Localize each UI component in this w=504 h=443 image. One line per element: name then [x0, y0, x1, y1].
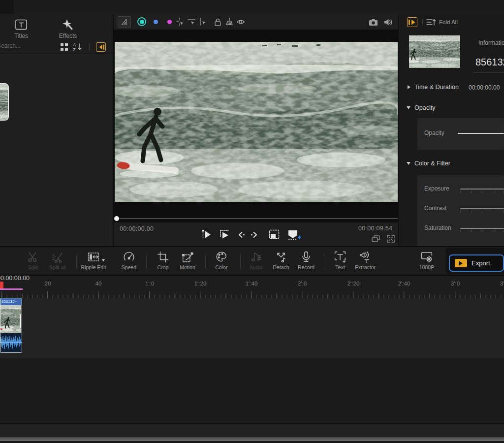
toolbar-extractor[interactable]: Extractor: [348, 251, 382, 270]
add-marker-icon[interactable]: [287, 229, 301, 241]
export-area: Export: [445, 248, 504, 274]
window-bottom-edge: [0, 441, 504, 443]
toolbar-resolution[interactable]: 1080P: [412, 251, 441, 270]
clean-broom-icon[interactable]: [225, 17, 234, 26]
toolbar-ripple-edit[interactable]: Ripple Edit: [76, 251, 111, 270]
ruler-label: 1':0: [137, 281, 162, 286]
export-button[interactable]: Export: [449, 254, 504, 272]
time-duration-value: 00:00:00.00: [469, 84, 500, 91]
preview-scrubber-track[interactable]: [115, 218, 398, 219]
play-icon[interactable]: [220, 229, 230, 240]
color-filter-card: Exposure Contrast Saturation: [417, 175, 504, 246]
mute-speaker-icon[interactable]: [384, 18, 392, 26]
fold-all-icon[interactable]: [426, 18, 436, 26]
exposure-slider[interactable]: [460, 189, 504, 190]
clip-title-bar: 856132~: [0, 298, 22, 305]
tab-titles-label: Titles: [14, 32, 28, 39]
current-time: 00:00:00.00: [120, 225, 154, 232]
color-filter-section-label[interactable]: Color & Filter: [414, 160, 450, 167]
header-divider: [422, 19, 423, 26]
toolbar-separator: [324, 254, 324, 269]
resolution-icon: [421, 251, 433, 263]
tab-titles[interactable]: Titles: [4, 19, 38, 39]
toolbar-color[interactable]: Color: [207, 251, 236, 270]
lock-icon[interactable]: [214, 18, 221, 26]
sort-icon[interactable]: AZ: [72, 42, 83, 52]
opacity-section-label[interactable]: Opacity: [414, 104, 435, 111]
grid-view-icon[interactable]: [60, 43, 68, 51]
timeline-horizontal-scrollbar[interactable]: [0, 437, 504, 441]
filmora-window: Titles Effects AZ: [0, 0, 504, 443]
inspector-panel: Fold All Information 856132 Time & Durat…: [399, 15, 504, 246]
crop-icon: [157, 251, 169, 263]
clip-waveform: [0, 333, 22, 352]
ruler-label: 40: [86, 281, 111, 286]
clip-name-value[interactable]: 856132: [475, 57, 504, 68]
snapshot-icon[interactable]: [269, 229, 280, 240]
video-preview-canvas[interactable]: [115, 42, 398, 202]
opacity-slider-label: Opacity: [424, 129, 444, 136]
ruler-label: 2':20: [341, 281, 366, 286]
toolbar-motion[interactable]: Motion: [173, 251, 202, 270]
split-icon: [27, 251, 39, 263]
clip-trim-handle[interactable]: [20, 314, 21, 328]
snapshot-camera-icon[interactable]: [369, 19, 378, 26]
toolbar-record[interactable]: Record: [291, 251, 321, 270]
toolbar-split-all[interactable]: Split all: [43, 251, 72, 270]
saturation-ticks: [460, 230, 504, 232]
color-filter-chevron[interactable]: [407, 162, 410, 165]
text-icon: [334, 251, 346, 263]
timeline-ruler[interactable]: 00:00:00.00 20 40 1':0 1':20 1':40 2':0 …: [0, 276, 504, 298]
split-all-icon: [52, 251, 63, 263]
clip-name-underline: [474, 72, 504, 72]
ruler-label: 3':20: [494, 281, 504, 286]
toolbar-speed[interactable]: Speed: [114, 251, 144, 270]
play-in-icon[interactable]: [201, 229, 212, 240]
collapse-panel-icon[interactable]: [96, 42, 106, 52]
timeline-clip[interactable]: 856132~: [0, 298, 22, 353]
eye-icon[interactable]: [236, 18, 245, 26]
duration-time: 00:00:09.54: [358, 225, 392, 232]
ruler-label: 1':20: [188, 281, 213, 286]
media-item-thumbnail[interactable]: [0, 83, 9, 121]
fullscreen-icon[interactable]: [387, 235, 395, 243]
clip-settings-icon[interactable]: [407, 17, 417, 27]
contrast-slider[interactable]: [460, 208, 504, 209]
duplicate-view-icon[interactable]: [372, 235, 380, 242]
keyframe-color-magenta[interactable]: [167, 20, 172, 24]
fold-all-label[interactable]: Fold All: [439, 19, 458, 25]
search-input[interactable]: [0, 42, 35, 50]
snap-crosshair-icon[interactable]: [176, 18, 185, 26]
toolbar-separator: [240, 254, 241, 269]
ripple-edit-icon: [88, 251, 99, 263]
tab-effects[interactable]: Effects: [51, 19, 85, 39]
snap-vertical-icon[interactable]: [199, 18, 207, 26]
timeline-track[interactable]: 856132~ Zoom: 46%: [0, 298, 504, 358]
next-frame-icon[interactable]: [250, 231, 258, 238]
previous-frame-icon[interactable]: [238, 231, 246, 238]
preview-toolbar: [114, 15, 398, 30]
timeline-empty-area[interactable]: [0, 358, 504, 423]
snap-horizontal-icon[interactable]: [188, 18, 196, 26]
opacity-chevron[interactable]: [407, 106, 410, 109]
information-label: Information: [478, 39, 504, 46]
svg-text:A: A: [73, 42, 76, 47]
ripple-edit-caret[interactable]: [102, 259, 105, 262]
ruler-label: 2':0: [290, 281, 315, 286]
motion-icon: [182, 251, 193, 263]
edit-toolbar: Split Split all Ripple Edit Speed Crop M…: [0, 246, 504, 276]
ruler-label: 3':0: [443, 281, 468, 286]
ruler-ticks-major: [0, 291, 504, 298]
time-duration-label[interactable]: Time & Duration: [414, 84, 459, 91]
time-duration-chevron[interactable]: [408, 85, 410, 89]
opacity-slider[interactable]: [458, 133, 504, 134]
saturation-slider[interactable]: [460, 228, 504, 229]
ruler-tool-icon[interactable]: [118, 16, 131, 28]
keyframe-color-teal[interactable]: [137, 17, 146, 26]
preview-scrubber-handle[interactable]: [114, 216, 119, 221]
clip-thumbnail: [0, 305, 22, 333]
toolbar-separator: [146, 254, 147, 269]
keyframe-color-blue[interactable]: [154, 20, 158, 24]
media-library-panel: Titles Effects AZ: [0, 15, 113, 246]
saturation-label: Saturation: [424, 224, 451, 231]
